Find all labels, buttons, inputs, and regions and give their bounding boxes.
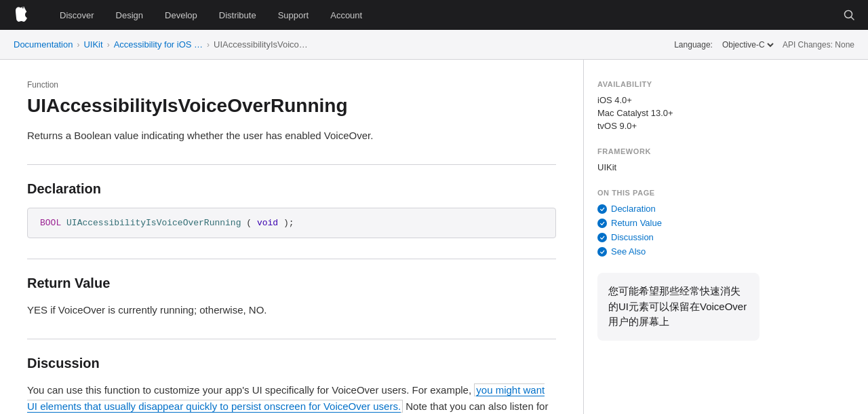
on-this-page-return-value[interactable]: Return Value [597, 218, 760, 228]
search-button[interactable] [844, 10, 854, 20]
framework-value: UIKit [597, 162, 760, 172]
svg-line-1 [851, 17, 854, 20]
nav-support[interactable]: Support [267, 0, 320, 30]
language-label: Language: [674, 40, 713, 50]
nav-links: Discover Design Develop Distribute Suppo… [49, 0, 373, 30]
availability-ios: iOS 4.0+ [597, 95, 760, 105]
discussion-text-before: You can use this function to customize y… [27, 384, 474, 396]
code-keyword: BOOL [40, 218, 61, 228]
code-paren-close: ); [283, 218, 294, 228]
breadcrumb-current: UIAccessibilityIsVoico… [214, 39, 308, 50]
language-select-wrap[interactable]: Objective-C Swift [719, 39, 776, 50]
function-label: Function [27, 80, 556, 90]
on-this-page-declaration[interactable]: Declaration [597, 204, 760, 214]
page-title: UIAccessibilityIsVoiceOverRunning [27, 95, 556, 117]
breadcrumb-bar: Documentation › UIKit › Accessibility fo… [0, 30, 868, 60]
top-navigation: Discover Design Develop Distribute Suppo… [0, 0, 868, 30]
check-icon-discussion [597, 233, 607, 242]
code-block-declaration: BOOL UIAccessibilityIsVoiceOverRunning (… [27, 208, 556, 238]
right-sidebar: Availability iOS 4.0+ Mac Catalyst 13.0+… [583, 60, 773, 414]
on-this-page-see-also[interactable]: See Also [597, 246, 760, 257]
breadcrumb-sep-1: › [77, 40, 79, 50]
check-icon-see-also [597, 247, 607, 257]
breadcrumb-accessibility[interactable]: Accessibility for iOS … [114, 39, 203, 50]
breadcrumb-sep-3: › [207, 40, 210, 50]
on-this-page-discussion[interactable]: Discussion [597, 232, 760, 242]
code-paren-open: ( [246, 218, 252, 228]
code-function-name: UIAccessibilityIsVoiceOverRunning [66, 218, 241, 228]
check-icon-return-value [597, 219, 607, 228]
nav-account[interactable]: Account [319, 0, 373, 30]
on-this-page-section: On This Page Declaration Return Value Di… [597, 189, 760, 257]
divider-discussion [27, 339, 556, 339]
availability-title: Availability [597, 80, 760, 88]
on-this-page-title: On This Page [597, 189, 760, 197]
apple-logo[interactable] [14, 7, 28, 24]
language-selector: Language: Objective-C Swift API Changes:… [674, 39, 854, 50]
discussion-paragraph: You can use this function to customize y… [27, 382, 556, 414]
return-value-description: YES if VoiceOver is currently running; o… [27, 302, 556, 318]
availability-mac: Mac Catalyst 13.0+ [597, 108, 760, 118]
on-this-page-declaration-label: Declaration [611, 204, 656, 214]
main-content: Function UIAccessibilityIsVoiceOverRunni… [0, 60, 583, 414]
availability-section: Availability iOS 4.0+ Mac Catalyst 13.0+… [597, 80, 760, 131]
breadcrumb-sep-2: › [107, 40, 110, 50]
nav-distribute[interactable]: Distribute [208, 0, 267, 30]
nav-develop[interactable]: Develop [154, 0, 208, 30]
nav-design[interactable]: Design [105, 0, 154, 30]
declaration-title: Declaration [27, 181, 556, 197]
availability-tvos: tvOS 9.0+ [597, 121, 760, 131]
framework-title: Framework [597, 147, 760, 155]
breadcrumb-documentation[interactable]: Documentation [14, 39, 73, 50]
language-select[interactable]: Objective-C Swift [719, 39, 776, 50]
code-param: void [257, 218, 278, 228]
on-this-page-return-value-label: Return Value [611, 218, 662, 228]
divider-return-value [27, 259, 556, 259]
on-this-page-discussion-label: Discussion [611, 232, 654, 242]
check-icon-declaration [597, 204, 607, 214]
nav-discover[interactable]: Discover [49, 0, 105, 30]
return-value-title: Return Value [27, 276, 556, 291]
framework-section: Framework UIKit [597, 147, 760, 172]
breadcrumb-uikit[interactable]: UIKit [83, 39, 102, 50]
chinese-promo: 您可能希望那些经常快速消失的UI元素可以保留在VoiceOver用户的屏幕上 [597, 273, 760, 341]
api-changes: API Changes: None [783, 40, 854, 50]
page-description: Returns a Boolean value indicating wheth… [27, 128, 556, 144]
main-layout: Function UIAccessibilityIsVoiceOverRunni… [0, 60, 868, 414]
divider-declaration [27, 164, 556, 165]
on-this-page-see-also-label: See Also [611, 246, 646, 257]
discussion-title: Discussion [27, 356, 556, 371]
